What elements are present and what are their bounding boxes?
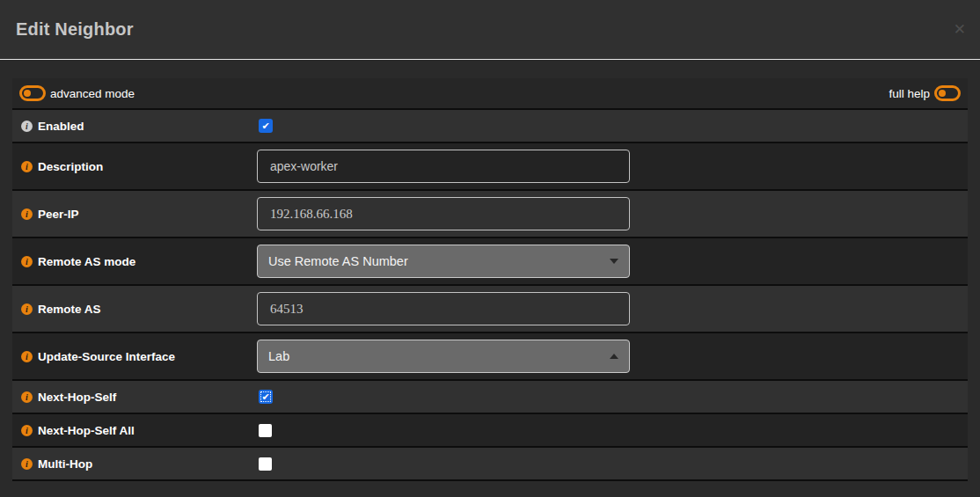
modal-title: Edit Neighbor [16,19,134,40]
info-icon[interactable]: i [21,303,33,315]
field-label: Update-Source Interface [38,350,175,363]
form-row-remote-as: iRemote AS [12,286,968,333]
info-icon[interactable]: i [21,121,33,132]
form-row-remote-as-mode: iRemote AS modeUse Remote AS Number [12,238,968,286]
label-cell: iRemote AS [12,303,257,316]
toggle-on-icon [19,85,46,101]
full-help-toggle[interactable]: full help [889,85,961,101]
control-cell: Use Remote AS Number [257,245,968,278]
control-cell [257,292,968,325]
info-icon[interactable]: i [21,208,33,220]
description-input[interactable] [257,150,630,183]
info-icon[interactable]: i [21,391,33,403]
check-icon: ✔ [261,121,269,131]
form-row-description: iDescription [12,143,968,191]
next-hop-self-all-checkbox[interactable] [259,424,272,437]
update-source-interface-select[interactable]: Lab [257,340,630,373]
label-cell: iUpdate-Source Interface [12,350,257,363]
field-label: Multi-Hop [38,457,92,471]
control-cell: ✔ [257,390,968,404]
help-toolbar: advanced mode full help [12,78,968,110]
select-value: Lab [268,349,289,363]
label-cell: iDescription [12,160,257,173]
select-value: Use Remote AS Number [268,254,408,268]
check-icon: ✔ [261,392,269,402]
peer-ip-input[interactable] [257,197,630,230]
control-cell [257,424,968,437]
form-row-next-hop-self-all: iNext-Hop-Self All [12,414,968,448]
label-cell: iPeer-IP [12,208,257,221]
form-row-next-hop-self: iNext-Hop-Self✔ [12,381,968,414]
remote-as-input[interactable] [257,292,630,325]
field-label: Remote AS mode [38,255,135,268]
info-icon[interactable]: i [21,256,33,267]
close-icon[interactable]: ✕ [954,22,966,37]
control-cell [257,197,968,230]
info-icon[interactable]: i [21,351,33,362]
control-cell [257,150,968,183]
info-icon[interactable]: i [21,458,33,470]
field-label: Description [38,160,103,173]
field-label: Remote AS [38,303,101,316]
label-cell: iNext-Hop-Self All [12,424,257,437]
full-help-label: full help [889,87,930,100]
enabled-checkbox[interactable]: ✔ [259,119,273,133]
chevron-up-icon [610,354,618,359]
control-cell [257,457,968,471]
neighbor-form: iEnabled✔iDescriptioniPeer-IPiRemote AS … [12,110,968,481]
info-icon[interactable]: i [21,425,33,436]
info-icon[interactable]: i [21,161,33,172]
label-cell: iEnabled [12,120,257,133]
form-row-enabled: iEnabled✔ [12,110,968,143]
form-row-update-source-interface: iUpdate-Source InterfaceLab [12,333,968,381]
multi-hop-checkbox[interactable] [259,457,272,471]
next-hop-self-checkbox[interactable]: ✔ [259,390,273,404]
advanced-mode-toggle[interactable]: advanced mode [19,85,135,101]
remote-as-mode-select[interactable]: Use Remote AS Number [257,245,630,278]
toggle-on-icon [934,85,961,101]
field-label: Peer-IP [38,208,79,221]
edit-neighbor-modal: Edit Neighbor ✕ advanced mode full help … [0,0,980,497]
form-row-multi-hop: iMulti-Hop [12,448,968,481]
modal-header: Edit Neighbor ✕ [0,0,980,60]
field-label: Next-Hop-Self All [38,424,135,437]
chevron-down-icon [610,259,618,264]
label-cell: iNext-Hop-Self [12,391,257,404]
control-cell: ✔ [257,119,968,133]
form-row-peer-ip: iPeer-IP [12,191,968,238]
label-cell: iRemote AS mode [12,255,257,268]
field-label: Enabled [38,120,84,133]
advanced-mode-label: advanced mode [50,87,135,100]
modal-body: advanced mode full help iEnabled✔iDescri… [0,60,980,481]
control-cell: Lab [257,340,968,373]
label-cell: iMulti-Hop [12,457,257,471]
field-label: Next-Hop-Self [38,391,116,404]
